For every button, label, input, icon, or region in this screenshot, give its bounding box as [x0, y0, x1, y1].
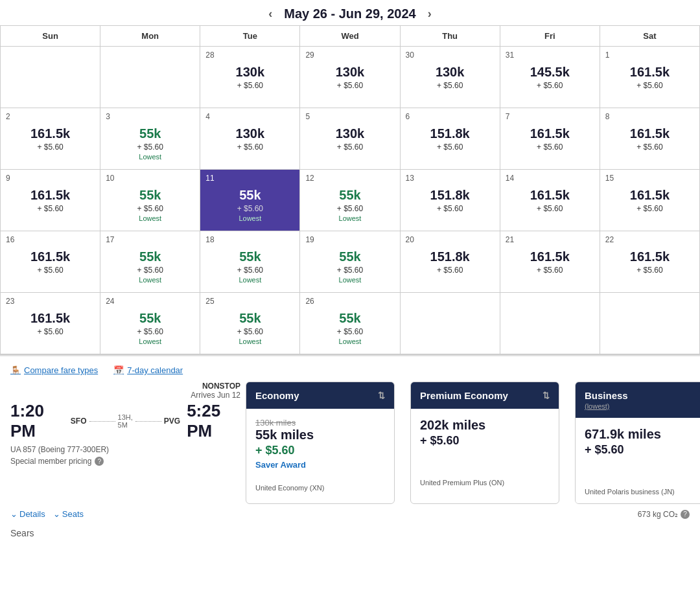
cal-cell[interactable]: 28130k+ $5.60 — [200, 47, 300, 108]
cal-cell[interactable]: 1955k+ $5.60Lowest — [300, 231, 400, 293]
cal-cell[interactable]: 9161.5k+ $5.60 — [1, 170, 100, 231]
cal-cell[interactable]: 16161.5k+ $5.60 — [1, 231, 100, 293]
day-number: 16 — [6, 235, 95, 244]
cal-cell[interactable]: 15161.5k+ $5.60 — [600, 170, 700, 231]
fare-card-economy[interactable]: Economy⇅130k miles55k miles+ $5.60Saver … — [246, 382, 395, 504]
day-number: 20 — [406, 235, 495, 244]
fare-cards-container: Economy⇅130k miles55k miles+ $5.60Saver … — [246, 382, 700, 504]
cell-price: 161.5k — [506, 188, 594, 203]
cell-fee: + $5.60 — [6, 143, 95, 152]
cell-fee: + $5.60 — [406, 266, 495, 275]
cell-price: 161.5k — [6, 188, 95, 203]
day-number: 13 — [406, 174, 495, 183]
cal-cell[interactable]: 6151.8k+ $5.60 — [401, 108, 500, 170]
cell-price: 161.5k — [605, 65, 694, 80]
seat-icon: 🪑 — [10, 365, 21, 375]
co2-help[interactable]: ? — [681, 510, 690, 519]
dow-cell-fri: Fri — [500, 26, 600, 47]
bottom-section: 🪑 Compare fare types 📅 7-day calendar NO… — [0, 355, 700, 542]
compare-fare-link[interactable]: 🪑 Compare fare types — [10, 365, 98, 375]
day-number: 28 — [205, 51, 294, 60]
sears-bar: Sears — [0, 525, 700, 542]
cal-cell[interactable]: 2655k+ $5.60Lowest — [300, 293, 400, 354]
cell-price: 130k — [205, 65, 294, 80]
day-number: 26 — [305, 297, 394, 306]
cal-cell[interactable]: 5130k+ $5.60 — [300, 108, 400, 170]
cal-cell — [1, 47, 100, 108]
flight-info: NONSTOP Arrives Jun 12 1:20 PM SFO 13H, … — [10, 382, 240, 504]
cal-cell[interactable]: 29130k+ $5.60 — [300, 47, 400, 108]
cal-cell[interactable]: 30130k+ $5.60 — [401, 47, 500, 108]
day-number: 14 — [506, 174, 594, 183]
calendar-link[interactable]: 📅 7-day calendar — [113, 365, 183, 375]
details-link[interactable]: ⌄ Details — [10, 509, 45, 519]
cal-cell[interactable]: 1255k+ $5.60Lowest — [300, 170, 400, 231]
lowest-tag: Lowest — [106, 214, 194, 222]
cal-cell[interactable]: 355k+ $5.60Lowest — [100, 108, 200, 170]
cal-cell[interactable]: 1161.5k+ $5.60 — [600, 47, 700, 108]
cell-price: 151.8k — [406, 188, 495, 203]
cal-cell[interactable]: 14161.5k+ $5.60 — [500, 170, 600, 231]
day-number: 21 — [506, 235, 594, 244]
cell-price: 161.5k — [6, 249, 95, 264]
cal-cell[interactable]: 2555k+ $5.60Lowest — [200, 293, 300, 354]
cell-fee: + $5.60 — [205, 204, 294, 213]
cell-price: 145.5k — [506, 65, 594, 80]
cell-fee: + $5.60 — [506, 143, 594, 152]
fare-card-body-business: 671.9k miles+ $5.60 — [576, 418, 700, 483]
cal-cell — [600, 293, 700, 354]
dest-airport: PVG — [164, 417, 180, 426]
cal-cell[interactable]: 2161.5k+ $5.60 — [1, 108, 100, 170]
cal-cell[interactable]: 1755k+ $5.60Lowest — [100, 231, 200, 293]
cal-cell[interactable]: 31145.5k+ $5.60 — [500, 47, 600, 108]
day-number: 6 — [406, 112, 495, 121]
cal-cell[interactable]: 1855k+ $5.60Lowest — [200, 231, 300, 293]
cal-cell[interactable]: 20151.8k+ $5.60 — [401, 231, 500, 293]
fare-fee: + $5.60 — [420, 434, 550, 448]
nonstop-label: NONSTOP — [10, 382, 240, 391]
next-arrow[interactable]: › — [416, 7, 443, 21]
day-number: 15 — [605, 174, 694, 183]
cell-fee: + $5.60 — [605, 81, 694, 90]
cell-fee: + $5.60 — [205, 266, 294, 275]
cell-fee: + $5.60 — [305, 204, 394, 213]
cell-fee: + $5.60 — [506, 81, 594, 90]
cal-cell[interactable]: 21161.5k+ $5.60 — [500, 231, 600, 293]
calendar-grid: 28130k+ $5.6029130k+ $5.6030130k+ $5.603… — [0, 47, 700, 355]
cal-cell[interactable]: 1055k+ $5.60Lowest — [100, 170, 200, 231]
cal-cell[interactable]: 22161.5k+ $5.60 — [600, 231, 700, 293]
dow-cell-tue: Tue — [200, 26, 300, 47]
day-number: 4 — [205, 112, 294, 121]
prev-arrow[interactable]: ‹ — [257, 7, 284, 21]
cell-fee: + $5.60 — [6, 266, 95, 275]
cal-cell[interactable]: 4130k+ $5.60 — [200, 108, 300, 170]
chevron-down-icon: ⌄ — [10, 509, 18, 519]
dow-cell-thu: Thu — [401, 26, 500, 47]
sort-icon[interactable]: ⇅ — [378, 391, 385, 400]
seats-link[interactable]: ⌄ Seats — [53, 509, 84, 519]
fare-card-business[interactable]: Business(lowest)⇅671.9k miles+ $5.60Unit… — [575, 382, 700, 504]
special-pricing-help[interactable]: ? — [95, 457, 104, 466]
cal-cell[interactable]: 1155k+ $5.60Lowest — [200, 170, 300, 231]
cal-cell[interactable]: 13151.8k+ $5.60 — [401, 170, 500, 231]
cal-cell[interactable]: 2455k+ $5.60Lowest — [100, 293, 200, 354]
day-number: 23 — [6, 297, 95, 306]
lowest-tag: Lowest — [205, 276, 294, 284]
cal-cell[interactable]: 8161.5k+ $5.60 — [600, 108, 700, 170]
day-number: 31 — [506, 51, 594, 60]
lowest-tag: Lowest — [106, 338, 194, 345]
cell-price: 55k — [205, 249, 294, 264]
cal-cell[interactable]: 7161.5k+ $5.60 — [500, 108, 600, 170]
cell-price: 55k — [106, 249, 194, 264]
cell-fee: + $5.60 — [205, 327, 294, 336]
cal-cell[interactable]: 23161.5k+ $5.60 — [1, 293, 100, 354]
cell-fee: + $5.60 — [406, 204, 495, 213]
cell-price: 151.8k — [406, 126, 495, 141]
depart-time: 1:20 PM — [10, 401, 64, 441]
fare-card-premium_economy[interactable]: Premium Economy⇅202k miles+ $5.60United … — [410, 382, 559, 504]
flight-duration: 13H, 5M — [118, 413, 133, 429]
dow-cell-sat: Sat — [600, 26, 700, 47]
sort-icon[interactable]: ⇅ — [542, 391, 550, 400]
cell-fee: + $5.60 — [305, 81, 394, 90]
day-number: 29 — [305, 51, 394, 60]
